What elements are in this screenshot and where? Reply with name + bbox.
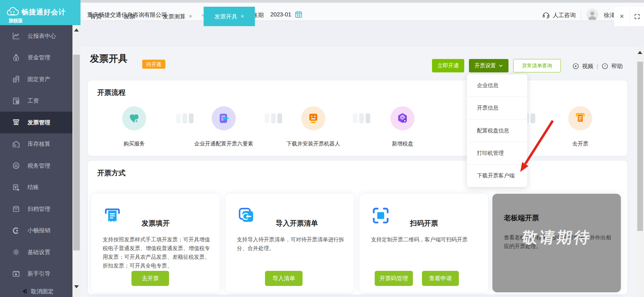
calendar-icon[interactable] — [294, 10, 303, 20]
invoice-printer-icon — [568, 106, 592, 130]
brand-edition: 旗舰版 — [9, 18, 23, 24]
flow-heading: 开票流程 — [97, 88, 125, 97]
headset-icon[interactable] — [542, 11, 550, 20]
page-title: 发票开具 — [90, 52, 127, 65]
scroll-up-arrow-icon[interactable] — [638, 51, 642, 54]
sidebar-item-cloud-reports[interactable]: 云报表中心 — [0, 25, 72, 47]
status-badge: 待开通 — [142, 60, 165, 69]
sidebar-scrollbar-thumb[interactable] — [73, 55, 80, 250]
close-icon: × — [620, 12, 624, 21]
archive-box-icon — [12, 205, 20, 213]
card-import-list: 导入开票清单 支持导入待开票清单，可对待开票清单进行拆分、合并处理。 导入清单 — [225, 194, 354, 292]
sidebar-scrollbar[interactable] — [72, 25, 80, 297]
fullscreen-button[interactable] — [630, 7, 644, 26]
sidebar-item-settings[interactable]: 基础设置 — [0, 241, 72, 263]
help-link[interactable]: 帮助 — [611, 62, 623, 70]
video-link[interactable]: 视频 — [582, 62, 593, 70]
tab-label: 发票开具 — [215, 13, 237, 20]
card-boss-invoice: 老板端开票 查看老板端小程序提交的开票申请，并作出相应的开票处理。 敬请期待 — [492, 194, 621, 292]
warehouse-icon — [12, 140, 20, 148]
sidebar-item-tax[interactable]: 税 税务管理 — [0, 155, 72, 177]
sidebar-item-guide[interactable]: 新手引导 — [0, 263, 72, 285]
card-scan-invoice: 扫码开票 支持定制开票二维码，客户端可扫码开票 开票码管理 查看申请 — [360, 194, 488, 292]
flow-step-configure: 企业开通配置开票六要素 — [194, 106, 253, 147]
money-bag-icon — [12, 54, 20, 62]
flow-connector — [176, 113, 194, 123]
card-description: 支持导入待开票清单，可对待开票清单进行拆分、合并处理。 — [237, 235, 344, 253]
close-icon[interactable]: × — [241, 13, 244, 20]
flow-step-label: 购买服务 — [122, 140, 146, 147]
card-title: 扫码开票 — [410, 219, 438, 228]
avatar[interactable] — [586, 9, 598, 21]
tax-disk-plus-icon: 税 — [390, 106, 415, 130]
unpin-icon — [21, 288, 28, 295]
close-icon[interactable]: × — [139, 13, 142, 20]
robot-icon — [301, 106, 325, 130]
help-circle-icon[interactable]: ? — [601, 63, 608, 70]
card-title: 导入开票清单 — [276, 219, 318, 228]
import-list-button[interactable]: 导入清单 — [265, 271, 303, 286]
period-value[interactable]: 2023-01 — [270, 11, 291, 18]
sidebar-item-label: 库存核算 — [28, 140, 50, 148]
sidebar-item-label: 小畅报销 — [28, 227, 50, 234]
main-scrollbar[interactable] — [636, 47, 644, 297]
button-label: 开票设置 — [475, 62, 496, 69]
document-arrow-icon — [212, 106, 236, 130]
sidebar-item-label: 工资 — [28, 97, 39, 105]
play-circle-icon[interactable] — [572, 63, 579, 70]
scroll-down-arrow-icon[interactable] — [74, 285, 79, 288]
sidebar-item-fixed-assets[interactable]: 固定资产 — [0, 68, 72, 90]
view-applications-button[interactable]: 查看申请 — [422, 271, 459, 286]
flow-step-tax-disk: 税 新增税盘 — [390, 106, 415, 147]
sidebar-item-label: 税务管理 — [28, 162, 50, 170]
gear-icon — [12, 248, 20, 256]
card-description: 支持定制开票二维码，客户端可扫码开票 — [371, 235, 478, 244]
tab-invoice-issue[interactable]: 发票开具 × — [204, 7, 255, 26]
sidebar-item-label: 云报表中心 — [28, 32, 56, 40]
sidebar-item-payroll[interactable]: 工资 — [0, 90, 72, 112]
scroll-up-arrow-icon[interactable] — [74, 28, 79, 32]
menu-item-company-info[interactable]: 企业信息 — [467, 74, 527, 97]
sidebar-item-funds[interactable]: 资金管理 — [0, 47, 72, 69]
sidebar-item-invoice[interactable]: 发票管理 — [0, 112, 72, 133]
flow-step-label: 新增税盘 — [390, 140, 415, 147]
sidebar-nav: 云报表中心 资金管理 固定资产 工资 发票管理 库存核算 税 税务管理 结账 — [0, 25, 72, 297]
invoice-settings-dropdown-button[interactable]: 开票设置 — [469, 59, 508, 72]
video-help-links: 视频 | ? 帮助 — [572, 62, 623, 70]
tax-badge-icon: 税 — [12, 162, 20, 170]
tab-label: 首页 — [90, 13, 102, 20]
app-window: 重庆畅捷交通信息咨询有限公司 + 账期 2023-01 人工咨询 — [0, 0, 644, 297]
sidebar-unpin-label: 取消固定 — [31, 288, 54, 295]
tab-home[interactable]: 首页 — [80, 7, 111, 26]
abnormal-list-button[interactable]: 异常清单查询 — [513, 59, 561, 72]
tab-label: 发票 — [124, 13, 135, 20]
reimburse-logo-icon — [12, 227, 20, 235]
scan-code-icon — [371, 206, 390, 227]
close-all-button[interactable]: × — [614, 7, 630, 26]
invoice-methods-panel: 开票方式 发票填开 支持按照发票样式手工填开发票；可开具增值税电子普通发票、增值… — [88, 161, 627, 294]
close-icon[interactable]: × — [189, 13, 192, 20]
activate-button[interactable]: 立即开通 — [432, 59, 464, 72]
svg-text:?: ? — [604, 64, 606, 68]
flow-step-buy-service: 购买服务 — [122, 106, 146, 147]
tab-invoice-calc[interactable]: 发票测算 × — [154, 7, 201, 26]
sidebar-item-label: 发票管理 — [28, 119, 50, 126]
sidebar-item-label: 新手引导 — [28, 270, 50, 278]
sidebar-unpin-button[interactable]: 取消固定 — [0, 285, 72, 297]
invoice-machine-icon — [12, 118, 20, 126]
human-consult-link[interactable]: 人工咨询 — [553, 11, 576, 19]
sidebar-item-closing[interactable]: 结账 — [0, 177, 72, 198]
sidebar-item-archive[interactable]: 归档管理 — [0, 198, 72, 220]
tab-invoice[interactable]: 发票 × — [115, 7, 151, 26]
flow-step-label: 企业开通配置开票六要素 — [194, 140, 253, 147]
sidebar-item-reimburse[interactable]: 小畅报销 — [0, 220, 72, 242]
sidebar-item-inventory[interactable]: 库存核算 — [0, 133, 72, 155]
flow-connector — [353, 113, 370, 123]
invoice-code-manage-button[interactable]: 开票码管理 — [375, 271, 413, 286]
flow-step-robot: 下载并安装开票机器人 — [286, 106, 340, 147]
go-invoice-button[interactable]: 去开票 — [131, 271, 169, 286]
menu-item-invoice-info[interactable]: 开票信息 — [467, 97, 527, 119]
sidebar-item-label: 基础设置 — [28, 248, 50, 256]
sidebar-item-label: 结账 — [28, 183, 39, 191]
main-scrollbar-thumb[interactable] — [637, 62, 643, 231]
